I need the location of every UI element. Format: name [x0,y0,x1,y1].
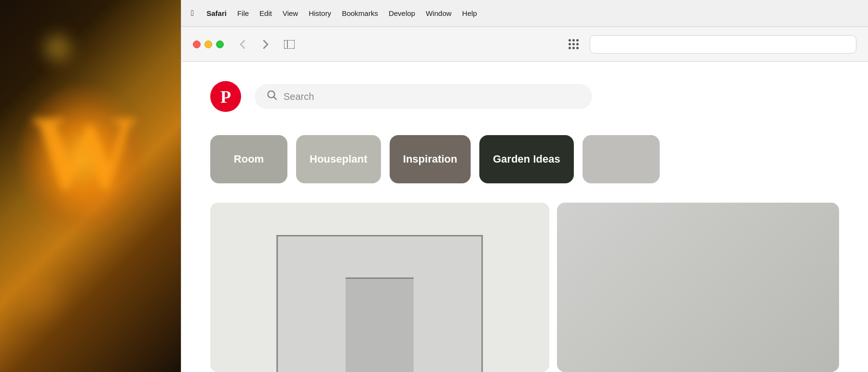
sidebar-toggle-button[interactable] [281,36,298,53]
category-garden-ideas[interactable]: Garden Ideas [479,135,573,183]
browser-window:  Safari File Edit View History Bookmark… [181,0,868,372]
content-image-right[interactable] [557,203,839,372]
search-bar[interactable]: Search [255,84,592,109]
categories-row: Room Houseplant Inspiration Garden Ideas [210,135,839,183]
menubar-window[interactable]: Window [426,9,451,17]
menubar-safari[interactable]: Safari [206,9,227,17]
menubar-file[interactable]: File [237,9,249,17]
content-image-center[interactable] [210,203,549,372]
grid-dots-icon [569,39,579,49]
category-houseplant[interactable]: Houseplant [296,135,381,183]
bokeh-blob-2 [10,266,68,324]
content-images-row [210,203,839,372]
page-content: P Search Room Houseplant Insp [181,62,868,372]
back-button[interactable] [234,36,251,53]
category-more[interactable] [583,135,660,183]
menubar-help[interactable]: Help [462,9,477,17]
menubar-develop[interactable]: Develop [389,9,415,17]
traffic-lights [193,41,224,48]
search-icon [266,89,278,104]
svg-line-3 [274,97,277,100]
menubar:  Safari File Edit View History Bookmark… [181,0,868,27]
apple-menu[interactable]:  [191,9,194,18]
minimize-button[interactable] [204,41,212,48]
svg-rect-0 [284,40,295,49]
bokeh-blob-1 [39,29,77,68]
category-inspiration-label: Inspiration [403,153,457,165]
pinterest-header: P Search [210,81,839,112]
category-houseplant-label: Houseplant [310,153,367,165]
pinterest-logo-letter: P [220,88,231,106]
interior-image [210,203,549,372]
category-inspiration[interactable]: Inspiration [390,135,471,183]
ambient-background [0,0,181,372]
tab-overview-button[interactable] [564,35,583,54]
category-room[interactable]: Room [210,135,287,183]
menubar-history[interactable]: History [309,9,331,17]
close-button[interactable] [193,41,201,48]
browser-toolbar [181,27,868,62]
fullscreen-button[interactable] [216,41,224,48]
menubar-view[interactable]: View [283,9,298,17]
category-room-label: Room [234,153,264,165]
pinterest-logo[interactable]: P [210,81,241,112]
search-placeholder-text: Search [284,91,314,102]
address-bar[interactable] [590,35,856,54]
menubar-edit[interactable]: Edit [259,9,272,17]
bokeh-w-letter [19,87,145,232]
menubar-bookmarks[interactable]: Bookmarks [342,9,378,17]
category-garden-ideas-label: Garden Ideas [493,153,560,165]
forward-button[interactable] [258,36,274,53]
